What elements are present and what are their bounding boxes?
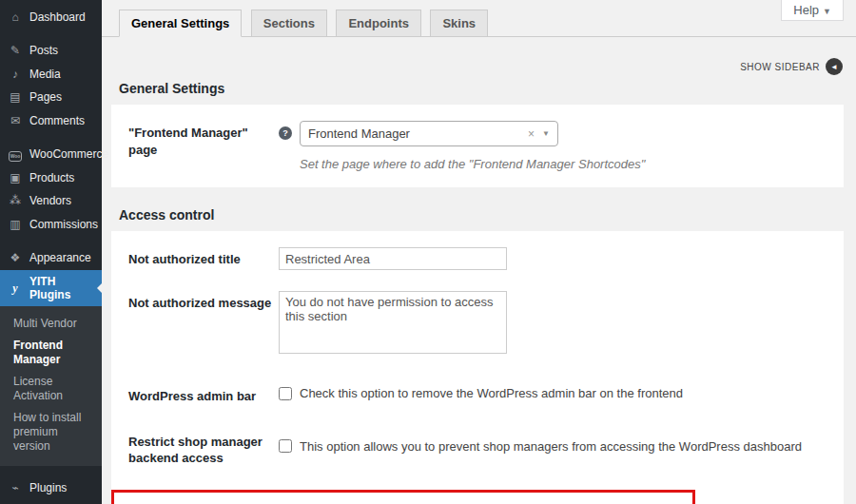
show-sidebar-toggle-button[interactable]: ◄: [826, 58, 843, 75]
brush-icon: ❖: [8, 251, 23, 264]
frontend-manager-page-description: Set the page where to add the "Frontend …: [300, 157, 827, 171]
submenu-item-frontend-manager[interactable]: Frontend Manager: [0, 335, 102, 371]
admin-bar-checkbox[interactable]: [279, 387, 292, 400]
sidebar-item-products[interactable]: ▣ Products: [0, 166, 102, 189]
not-authorized-title-field: [279, 247, 827, 270]
tab-sections[interactable]: Sections: [251, 10, 327, 37]
show-sidebar-label: SHOW SIDEBAR: [740, 62, 820, 72]
sidebar-item-vendors[interactable]: ⁂ Vendors: [0, 189, 102, 212]
admin-bar-checkbox-label: Check this option to remove the WordPres…: [300, 386, 683, 400]
shop-manager-checkbox[interactable]: [279, 439, 292, 453]
not-authorized-title-input[interactable]: [279, 247, 507, 270]
sidebar-item-woocommerce[interactable]: Woo WooCommerce: [0, 143, 102, 166]
sidebar-item-label: Posts: [29, 44, 58, 57]
clear-icon[interactable]: ×: [528, 127, 535, 141]
access-control-heading: Access control: [119, 207, 856, 223]
vendor-backend-row-highlighted: Restrict vendor backend access This opti…: [111, 490, 695, 504]
pages-icon: ▤: [8, 90, 23, 104]
sidebar-item-dashboard[interactable]: ⌂ Dashboard: [0, 6, 102, 29]
sidebar-item-label: Pages: [29, 90, 62, 104]
submenu-item-how-to-install[interactable]: How to install premium version: [0, 407, 102, 457]
sidebar-item-yith-plugins[interactable]: y YITH Plugins: [0, 270, 102, 307]
main-content: Help▼ General Settings Sections Endpoint…: [102, 0, 856, 504]
sidebar-item-label: Vendors: [29, 194, 71, 207]
woo-badge: Woo: [9, 151, 23, 162]
submenu-item-license-activation[interactable]: License Activation: [0, 371, 102, 407]
media-icon: ♪: [8, 68, 23, 81]
shop-manager-checkbox-label: This option allows you to prevent shop m…: [300, 439, 802, 454]
box-icon: ▣: [8, 171, 23, 184]
pin-icon: ✎: [8, 44, 23, 57]
sidebar-item-pages[interactable]: ▤ Pages: [0, 86, 102, 108]
access-control-panel: Not authorized title Not authorized mess…: [111, 231, 844, 504]
not-authorized-message-row: Not authorized message You do not have p…: [128, 291, 827, 358]
plug-icon: ⌁: [8, 481, 23, 494]
frontend-manager-page-label: "Frontend Manager" page: [128, 121, 279, 158]
not-authorized-title-row: Not authorized title: [128, 247, 827, 270]
sidebar-item-label: WooCommerce: [29, 147, 108, 161]
dashboard-icon: ⌂: [8, 10, 23, 24]
help-label: Help: [793, 3, 819, 17]
sidebar-item-label: Media: [29, 68, 61, 81]
settings-tabbar: General Settings Sections Endpoints Skin…: [102, 0, 856, 37]
sidebar-item-commissions[interactable]: ▥ Commissions: [0, 213, 102, 236]
sidebar-item-label: Plugins: [29, 481, 67, 494]
sidebar-item-posts[interactable]: ✎ Posts: [0, 39, 102, 62]
chevron-down-icon: ▼: [823, 7, 831, 16]
sidebar-item-plugins[interactable]: ⌁ Plugins: [0, 476, 102, 499]
admin-sidebar: ⌂ Dashboard ✎ Posts ♪ Media ▤ Pages ✉ Co…: [0, 0, 102, 504]
shop-manager-row: Restrict shop manager backend access Thi…: [128, 430, 827, 467]
frontend-manager-page-row: "Frontend Manager" page ? Frontend Manag…: [128, 121, 827, 171]
show-sidebar-row: SHOW SIDEBAR ◄: [102, 58, 843, 75]
not-authorized-message-field: You do not have permission to access thi…: [279, 291, 827, 358]
sidebar-item-label: Commissions: [29, 218, 98, 231]
woocommerce-icon: Woo: [8, 147, 23, 162]
sidebar-item-label: Appearance: [29, 251, 91, 264]
submenu-item-multi-vendor[interactable]: Multi Vendor: [0, 313, 102, 335]
sidebar-item-label: YITH Plugins: [29, 275, 94, 302]
not-authorized-message-label: Not authorized message: [128, 291, 279, 312]
frontend-manager-page-select[interactable]: Frontend Manager × ▼: [300, 121, 558, 146]
vendor-backend-field: This option allows you to prevent vendor…: [279, 501, 687, 504]
not-authorized-title-label: Not authorized title: [128, 247, 279, 268]
help-dropdown[interactable]: Help▼: [781, 0, 844, 21]
sidebar-item-users[interactable]: ☻ Users: [0, 500, 102, 504]
shop-manager-field: This option allows you to prevent shop m…: [279, 430, 827, 454]
commissions-icon: ▥: [8, 218, 23, 231]
general-settings-panel: "Frontend Manager" page ? Frontend Manag…: [111, 105, 844, 187]
sidebar-item-media[interactable]: ♪ Media: [0, 63, 102, 86]
not-authorized-message-textarea[interactable]: You do not have permission to access thi…: [279, 291, 507, 354]
sidebar-item-label: Dashboard: [29, 10, 86, 24]
comment-icon: ✉: [8, 114, 23, 127]
sidebar-item-label: Products: [29, 171, 74, 184]
sidebar-item-label: Comments: [29, 114, 85, 127]
tab-endpoints[interactable]: Endpoints: [336, 10, 421, 37]
yith-plugins-submenu: Multi Vendor Frontend Manager License Ac…: [0, 306, 102, 466]
chevron-left-icon: ◄: [830, 63, 838, 71]
admin-bar-label: WordPress admin bar: [128, 384, 279, 405]
question-glyph: ?: [282, 128, 288, 138]
general-settings-heading: General Settings: [119, 81, 856, 96]
frontend-manager-page-field: Frontend Manager × ▼ Set the page where …: [300, 121, 827, 171]
select-value: Frontend Manager: [308, 126, 528, 141]
chevron-down-icon[interactable]: ▼: [542, 129, 550, 138]
admin-bar-row: WordPress admin bar Check this option to…: [128, 384, 827, 405]
tab-general-settings[interactable]: General Settings: [119, 10, 242, 37]
vendors-icon: ⁂: [8, 194, 23, 207]
sidebar-item-comments[interactable]: ✉ Comments: [0, 109, 102, 132]
tab-skins[interactable]: Skins: [430, 10, 488, 37]
shop-manager-label: Restrict shop manager backend access: [128, 430, 279, 467]
admin-bar-field: Check this option to remove the WordPres…: [279, 384, 827, 400]
yith-icon: y: [8, 281, 23, 295]
vendor-backend-label: Restrict vendor backend access: [128, 501, 279, 504]
sidebar-item-appearance[interactable]: ❖ Appearance: [0, 246, 102, 269]
help-tip-icon[interactable]: ?: [279, 126, 292, 140]
